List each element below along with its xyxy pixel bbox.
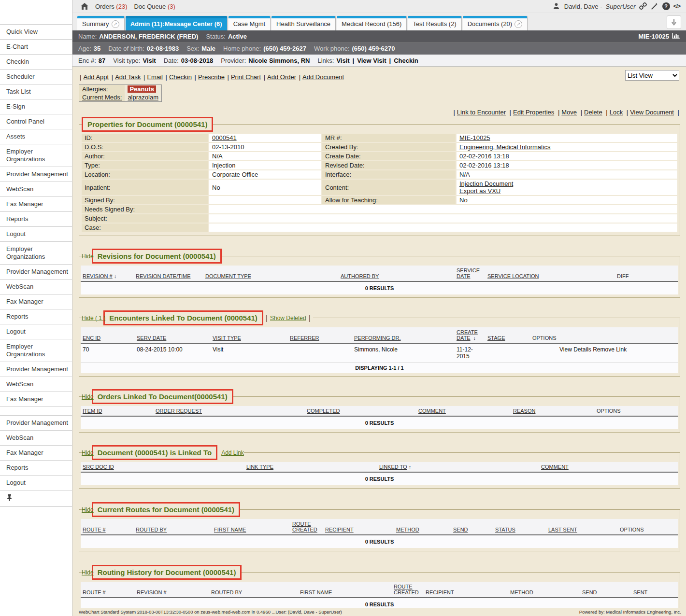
col-serv-date[interactable]: SERV DATE (137, 335, 166, 341)
sidebar-item-logout[interactable]: Logout (0, 324, 72, 339)
col-order-request[interactable]: ORDER REQUEST (156, 408, 202, 414)
tab-case-mgmt[interactable]: Case Mgmt (229, 16, 270, 30)
hide-routing-history-link[interactable]: Hide (82, 569, 94, 576)
sidebar-item-webscan[interactable]: WebScan (0, 431, 72, 446)
add-appt-link[interactable]: Add Appt (79, 73, 109, 81)
mr-number-link[interactable]: MIE-10025 (459, 134, 490, 141)
nav-orders[interactable]: Orders (23) (95, 3, 127, 10)
sidebar-item-reports[interactable]: Reports (0, 461, 72, 476)
sidebar-item-checkin[interactable]: Checkin (0, 55, 72, 70)
sidebar-item-reports[interactable]: Reports (0, 309, 72, 324)
hide-linked-to-link[interactable]: Hide (82, 449, 94, 456)
sidebar-item-employer-organizations[interactable]: Employer Organizations (0, 339, 72, 362)
col-document-type[interactable]: DOCUMENT TYPE (205, 273, 251, 279)
tab-summary[interactable]: Summary ↗ (77, 16, 124, 30)
sidebar-item-task-list[interactable]: Task List (0, 84, 72, 99)
sidebar-item-provider-management[interactable]: Provider Management (0, 416, 72, 431)
show-deleted-link[interactable]: Show Deleted (270, 315, 306, 322)
edit-properties-link[interactable]: Edit Properties (508, 109, 555, 116)
col-first-name[interactable]: FIRST NAME (214, 527, 246, 532)
hide-orders-link[interactable]: Hide (82, 393, 94, 400)
delete-link[interactable]: Delete (579, 109, 602, 116)
chart-stats-icon[interactable] (672, 32, 680, 41)
sidebar-item-employer-organizations[interactable]: Employer Organizations (0, 144, 72, 167)
col-service-date[interactable]: SERVICE DATE (457, 267, 480, 279)
sidebar-item-webscan[interactable]: WebScan (0, 182, 72, 197)
sidebar-item-webscan[interactable]: WebScan (0, 377, 72, 392)
sidebar-item-e-chart[interactable]: E-Chart (0, 40, 72, 55)
sidebar-item-logout[interactable]: Logout (0, 476, 72, 490)
sidebar-item-provider-management[interactable]: Provider Management (0, 167, 72, 182)
sidebar-pin-button[interactable] (0, 490, 72, 507)
hide-revisions-link[interactable]: Hide (82, 253, 94, 260)
popout-icon[interactable]: ↗ (112, 20, 119, 28)
sidebar-item-scheduler[interactable]: Scheduler (0, 70, 72, 84)
col-send[interactable]: SEND (582, 589, 597, 595)
col-stage[interactable]: STAGE (487, 335, 505, 341)
col-visit-type[interactable]: VISIT TYPE (213, 335, 241, 341)
document-id-link[interactable]: 0000541 (212, 134, 237, 141)
add-order-link[interactable]: Add Order (263, 73, 296, 81)
col-referrer[interactable]: REFERRER (290, 335, 319, 341)
col-src-doc-id[interactable]: SRC DOC ID (83, 464, 114, 470)
col-method[interactable]: METHOD (510, 589, 533, 595)
add-document-link[interactable]: Add Document (298, 73, 344, 81)
col-completed[interactable]: COMPLETED (307, 408, 340, 414)
view-details-link[interactable]: View Details (559, 346, 591, 353)
col-routed-by[interactable]: ROUTED BY (136, 527, 167, 532)
col-route-number[interactable]: ROUTE # (83, 589, 106, 595)
sidebar-item-webscan[interactable]: WebScan (0, 280, 72, 294)
sidebar-item-fax-manager[interactable]: Fax Manager (0, 446, 72, 461)
link-to-encounter-link[interactable]: Link to Encounter (451, 109, 506, 116)
tab-medical-record[interactable]: Medical Record (156) (337, 16, 406, 30)
allergy-peanuts-link[interactable]: Peanuts (128, 85, 156, 93)
email-link[interactable]: Email (143, 73, 163, 81)
col-comment[interactable]: COMMENT (541, 464, 569, 470)
sidebar-item-provider-management[interactable]: Provider Management (0, 265, 72, 280)
remove-link-link[interactable]: Remove Link (593, 346, 627, 353)
link-view-visit[interactable]: View Visit (350, 57, 386, 64)
tab-test-results[interactable]: Test Results (2) (408, 16, 461, 30)
col-routed-by[interactable]: ROUTED BY (211, 589, 242, 595)
checkin-link[interactable]: Checkin (165, 73, 192, 81)
sidebar-item-employer-organizations[interactable]: Employer Organizations (0, 242, 72, 265)
lock-link[interactable]: Lock (604, 109, 623, 116)
col-linked-to[interactable]: LINKED TO (379, 464, 407, 470)
sidebar-item-partial[interactable] (0, 407, 72, 416)
col-first-name[interactable]: FIRST NAME (300, 589, 332, 595)
sidebar-item-fax-manager[interactable]: Fax Manager (0, 294, 72, 309)
link-visit[interactable]: Visit (336, 57, 349, 64)
col-revision-number[interactable]: REVISION # (137, 589, 167, 595)
col-performing-dr[interactable]: PERFORMING DR. (354, 335, 401, 341)
col-service-location[interactable]: SERVICE LOCATION (487, 273, 539, 279)
tab-health-surveillance[interactable]: Health Surveillance (272, 16, 335, 30)
home-icon[interactable] (80, 2, 88, 11)
tab-admin-message-center[interactable]: Admin (11):Message Center (6) (126, 16, 227, 30)
current-meds-link[interactable]: Current Meds: (82, 94, 122, 101)
col-sent[interactable]: SENT (633, 589, 647, 595)
col-route-created[interactable]: ROUTE CREATED (394, 584, 419, 595)
col-recipient[interactable]: RECIPIENT (325, 527, 354, 532)
tab-documents[interactable]: Documents (20) ↗ (463, 16, 527, 30)
col-reason[interactable]: REASON (513, 408, 535, 414)
col-route-number[interactable]: ROUTE # (83, 527, 106, 532)
col-status[interactable]: STATUS (495, 527, 515, 532)
col-revision-number[interactable]: REVISION # (83, 273, 113, 279)
sidebar-item-quick-view[interactable]: Quick View (0, 25, 72, 40)
col-revision-datetime[interactable]: REVISION DATE/TIME (136, 273, 190, 279)
col-last-sent[interactable]: LAST SENT (548, 527, 577, 532)
col-comment[interactable]: COMMENT (418, 408, 446, 414)
sidebar-item-assets[interactable]: Assets (0, 129, 72, 144)
allergies-link[interactable]: Allergies: (82, 85, 108, 93)
col-enc-id[interactable]: ENC ID (83, 335, 100, 341)
nav-doc-queue[interactable]: Doc Queue (3) (134, 3, 175, 10)
col-method[interactable]: METHOD (396, 527, 419, 532)
sidebar-item-control-panel[interactable]: Control Panel (0, 114, 72, 129)
help-icon[interactable]: ? (662, 2, 670, 10)
add-task-link[interactable]: Add Task (111, 73, 141, 81)
col-recipient[interactable]: RECIPIENT (426, 589, 454, 595)
col-item-id[interactable]: ITEM ID (83, 408, 102, 414)
view-document-link[interactable]: View Document (625, 109, 674, 116)
view-select[interactable]: List View (625, 70, 679, 81)
tab-overflow-button[interactable] (667, 15, 681, 29)
